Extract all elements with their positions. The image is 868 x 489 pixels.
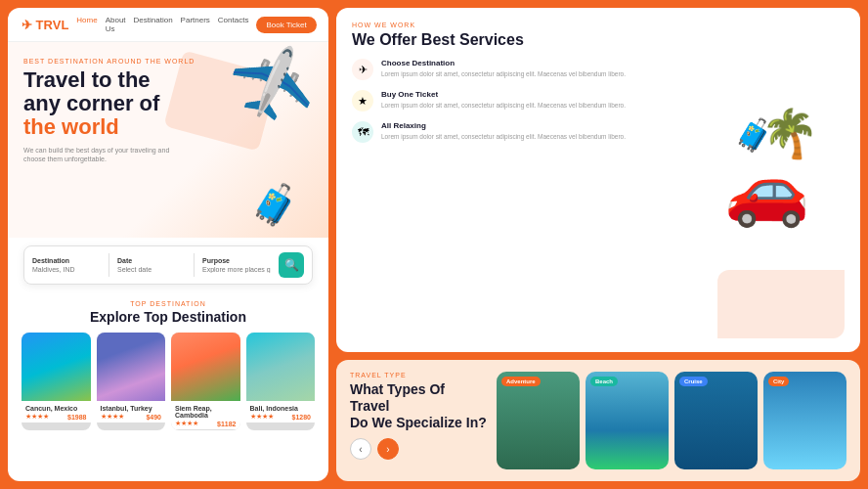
travel-title-line2: Do We Specialize In? xyxy=(350,415,487,430)
all-relaxing-icon: 🗺 xyxy=(352,121,373,143)
service-title-3: All Relaxing xyxy=(381,121,626,130)
search-button[interactable]: 🔍 xyxy=(279,252,304,278)
navbar: ✈ TRVL Home About Us Destination Partner… xyxy=(8,8,328,42)
car-icon: 🚗 xyxy=(724,156,809,224)
dest-card-stars-2: ★★★★ xyxy=(101,413,124,421)
service-item-2: ★ Buy One Ticket Lorem ipsum dolor sit a… xyxy=(352,90,676,111)
date-label: Date xyxy=(117,257,186,264)
right-panel: HOW WE WORK We Offer Best Services ✈ Cho… xyxy=(336,8,860,481)
dest-card-2[interactable]: Istanbul, Turkey ★★★★ $490 xyxy=(97,333,166,430)
travel-nav-next[interactable]: › xyxy=(377,438,399,460)
destination-input[interactable] xyxy=(32,266,101,273)
hero-section: BEST DESTINATION AROUND THE WORLD Travel… xyxy=(8,42,328,238)
nav-links: Home About Us Destination Partners Conta… xyxy=(76,16,248,33)
nav-link-about[interactable]: About Us xyxy=(106,16,126,33)
service-text-2: Buy One Ticket Lorem ipsum dolor sit ame… xyxy=(381,90,626,110)
travel-card-img-1 xyxy=(497,372,580,469)
dest-card-bottom-1: ★★★★ $1988 xyxy=(25,413,87,421)
service-text-1: Choose Destination Lorem ipsum dolor sit… xyxy=(381,59,626,78)
dest-card-bottom-3: ★★★★ $1182 xyxy=(175,420,237,427)
dest-card-bottom-2: ★★★★ $490 xyxy=(101,413,162,421)
dest-card-img-2 xyxy=(97,333,166,401)
travel-card-img-4 xyxy=(763,372,846,469)
hero-title-line1: Travel to the xyxy=(23,67,151,92)
date-field: Date xyxy=(117,257,186,273)
services-car-visual: 🌴 🧳 🚗 xyxy=(688,22,845,338)
service-desc-2: Lorem ipsum dolor sit amet, consectetur … xyxy=(381,101,626,110)
service-desc-3: Lorem ipsum dolor sit amet, consectetur … xyxy=(381,132,626,141)
service-desc-1: Lorem ipsum dolor sit amet, consectetur … xyxy=(381,69,626,78)
dest-card-info-1: Cancun, Mexico ★★★★ $1988 xyxy=(22,401,91,422)
dest-card-4[interactable]: Bali, Indonesia ★★★★ $1280 xyxy=(246,333,316,430)
travel-card-badge-4: City xyxy=(768,377,789,386)
search-divider-1 xyxy=(108,253,109,277)
dest-card-img-3 xyxy=(171,333,240,401)
travel-card-1[interactable]: Adventure xyxy=(497,372,580,469)
dest-card-1[interactable]: Cancun, Mexico ★★★★ $1988 xyxy=(22,333,91,430)
travel-card-2[interactable]: Beach xyxy=(586,372,669,469)
dest-card-info-4: Bali, Indonesia ★★★★ $1280 xyxy=(246,401,316,422)
travel-title-line1: What Types Of Travel xyxy=(350,381,445,414)
dest-card-price-1: $1988 xyxy=(67,414,86,421)
dest-card-bottom-4: ★★★★ $1280 xyxy=(250,413,312,421)
dest-card-info-2: Istanbul, Turkey ★★★★ $490 xyxy=(97,401,166,422)
date-input[interactable] xyxy=(117,266,186,273)
nav-link-partners[interactable]: Partners xyxy=(181,16,210,33)
book-ticket-button[interactable]: Book Ticket xyxy=(256,17,316,33)
purpose-label: Purpose xyxy=(202,257,271,264)
buy-ticket-icon: ★ xyxy=(352,90,373,111)
hero-title-line2: any corner of xyxy=(23,91,159,115)
purpose-field: Purpose xyxy=(202,257,271,273)
dest-card-stars-3: ★★★★ xyxy=(175,420,198,427)
travel-types-info: TRAVEL TYPE What Types Of Travel Do We S… xyxy=(350,372,487,460)
dest-card-name-1: Cancun, Mexico xyxy=(25,405,87,412)
travel-card-img-3 xyxy=(674,372,758,469)
travel-card-4[interactable]: City xyxy=(763,372,846,469)
dest-card-price-2: $490 xyxy=(146,414,161,421)
travel-card-badge-2: Beach xyxy=(590,377,618,386)
services-title: We Offer Best Services xyxy=(352,31,676,49)
hero-title-highlight: the world xyxy=(23,114,119,139)
travel-types-panel: TRAVEL TYPE What Types Of Travel Do We S… xyxy=(336,360,860,481)
dest-card-name-2: Istanbul, Turkey xyxy=(101,405,162,412)
dest-card-price-4: $1280 xyxy=(292,414,311,421)
travel-card-img-2 xyxy=(586,372,669,469)
purpose-input[interactable] xyxy=(202,266,271,273)
left-panel: ✈ TRVL Home About Us Destination Partner… xyxy=(8,8,328,481)
dest-card-info-3: Siem Reap, Cambodia ★★★★ $1182 xyxy=(171,401,240,429)
dest-card-3[interactable]: Siem Reap, Cambodia ★★★★ $1182 xyxy=(171,333,240,430)
choose-destination-icon: ✈ xyxy=(352,59,373,80)
destinations-section: TOP DESTINATION Explore Top Destination … xyxy=(8,292,328,481)
orange-bg-decor xyxy=(717,270,845,338)
destinations-title: Explore Top Destination xyxy=(22,309,315,325)
dest-card-name-3: Siem Reap, Cambodia xyxy=(175,405,237,419)
nav-link-home[interactable]: Home xyxy=(76,16,97,33)
travel-types-title: What Types Of Travel Do We Specialize In… xyxy=(350,381,487,430)
travel-nav: ‹ › xyxy=(350,438,487,460)
services-label: HOW WE WORK xyxy=(352,22,676,28)
travel-card-badge-1: Adventure xyxy=(501,377,541,386)
dest-card-img-4 xyxy=(246,333,316,401)
destination-field: Destination xyxy=(32,257,101,273)
destination-label: Destination xyxy=(32,257,101,264)
destinations-label: TOP DESTINATION xyxy=(22,300,315,307)
suitcase-orange-icon: 🧳 xyxy=(734,116,773,154)
travel-card-3[interactable]: Cruise xyxy=(674,372,758,469)
travel-card-badge-3: Cruise xyxy=(679,377,708,386)
service-title-2: Buy One Ticket xyxy=(381,90,626,99)
dest-card-price-3: $1182 xyxy=(217,421,236,427)
nav-link-destination[interactable]: Destination xyxy=(134,16,173,33)
nav-link-contacts[interactable]: Contacts xyxy=(218,16,249,33)
travel-types-label: TRAVEL TYPE xyxy=(350,372,487,378)
service-text-3: All Relaxing Lorem ipsum dolor sit amet,… xyxy=(381,121,626,141)
service-item-1: ✈ Choose Destination Lorem ipsum dolor s… xyxy=(352,59,676,80)
suitcase-icon: 🧳 xyxy=(250,182,299,228)
services-panel: HOW WE WORK We Offer Best Services ✈ Cho… xyxy=(336,8,860,352)
service-title-1: Choose Destination xyxy=(381,59,626,67)
destinations-cards: Cancun, Mexico ★★★★ $1988 Istanbul, Turk… xyxy=(22,333,315,430)
logo: ✈ TRVL xyxy=(22,18,68,32)
dest-card-img-1 xyxy=(22,333,91,401)
dest-card-name-4: Bali, Indonesia xyxy=(250,405,312,412)
hero-subtitle: We can build the best days of your trave… xyxy=(23,146,180,165)
travel-nav-prev[interactable]: ‹ xyxy=(350,438,371,460)
